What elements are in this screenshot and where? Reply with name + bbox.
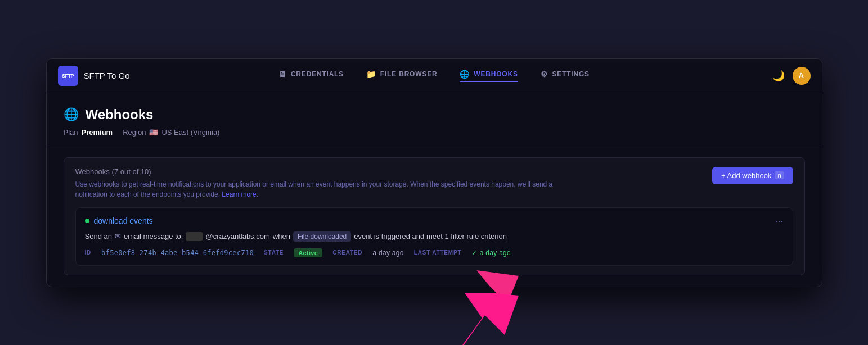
webhook-name[interactable]: download events (94, 216, 153, 225)
settings-icon: ⚙ (541, 70, 548, 79)
top-bar: SFTP SFTP To Go 🖥 CREDENTIALS 📁 FILE BRO… (47, 59, 822, 93)
webhook-metadata: ID bf5e0ef8-274b-4abe-b544-6fefd9cec710 … (85, 248, 784, 257)
page-header: 🌐 Webhooks Plan Premium Region 🇺🇸 US Eas… (47, 93, 822, 146)
email-masked (186, 232, 203, 241)
nav-item-settings[interactable]: ⚙ SETTINGS (541, 70, 590, 82)
app-logo: SFTP (58, 66, 78, 86)
region-label: Region (123, 128, 146, 137)
page-meta: Plan Premium Region 🇺🇸 US East (Virginia… (64, 128, 805, 137)
page-title-icon: 🌐 (64, 107, 79, 122)
theme-toggle-icon[interactable]: 🌙 (772, 70, 785, 82)
email-domain: @crazyantlabs.com (205, 232, 269, 240)
webhook-name-row: download events ··· (85, 216, 784, 226)
user-avatar[interactable]: A (793, 67, 811, 85)
event-badge: File downloaded (293, 231, 351, 242)
last-attempt-label: LAST ATTEMPT (414, 249, 462, 256)
state-label: STATE (264, 249, 284, 256)
add-webhook-button[interactable]: + Add webhook n (712, 167, 793, 184)
region-value: US East (Virginia) (161, 128, 219, 137)
content-area: Webhooks (7 out of 10) Use webhooks to g… (47, 146, 822, 287)
credentials-icon: 🖥 (278, 70, 287, 79)
status-indicator (85, 219, 89, 223)
webhook-item: download events ··· Send an ✉ email mess… (75, 207, 793, 266)
webhooks-description: Use webhooks to get real-time notificati… (75, 179, 582, 199)
svg-marker-1 (415, 293, 519, 346)
created-value: a day ago (372, 249, 403, 257)
state-badge: Active (294, 248, 322, 257)
id-label: ID (85, 249, 92, 256)
app-window: SFTP SFTP To Go 🖥 CREDENTIALS 📁 FILE BRO… (46, 58, 822, 287)
keyboard-shortcut: n (775, 171, 784, 179)
webhooks-header: Webhooks (7 out of 10) Use webhooks to g… (75, 167, 793, 199)
nav-item-credentials[interactable]: 🖥 CREDENTIALS (278, 70, 344, 82)
app-title: SFTP To Go (84, 71, 130, 80)
created-label: CREATED (332, 249, 362, 256)
webhook-more-button[interactable]: ··· (775, 216, 783, 226)
file-browser-icon: 📁 (366, 70, 376, 79)
arrow-annotation-2 (395, 293, 552, 346)
webhooks-section: Webhooks (7 out of 10) Use webhooks to g… (64, 157, 805, 275)
webhook-id: bf5e0ef8-274b-4abe-b544-6fefd9cec710 (101, 249, 254, 257)
webhooks-icon: 🌐 (460, 70, 470, 79)
webhook-description: Send an ✉ email message to: @crazyantlab… (85, 231, 784, 242)
webhooks-title-area: Webhooks (7 out of 10) Use webhooks to g… (75, 167, 713, 199)
logo-area: SFTP SFTP To Go (58, 66, 130, 86)
plan-label: Plan (64, 128, 78, 137)
webhooks-section-title: Webhooks (7 out of 10) (75, 167, 713, 176)
last-attempt-value: ✓ a day ago (471, 249, 511, 257)
page-title: Webhooks (86, 107, 154, 122)
top-nav: 🖥 CREDENTIALS 📁 FILE BROWSER 🌐 WEBHOOKS … (278, 70, 590, 82)
plan-value: Premium (82, 128, 113, 137)
region-flag: 🇺🇸 (149, 128, 158, 137)
nav-item-webhooks[interactable]: 🌐 WEBHOOKS (460, 70, 518, 82)
page-title-row: 🌐 Webhooks (64, 107, 805, 122)
learn-more-link[interactable]: Learn more. (222, 190, 258, 198)
top-bar-right: 🌙 A (772, 67, 811, 85)
email-icon: ✉ (115, 232, 121, 240)
nav-item-file-browser[interactable]: 📁 FILE BROWSER (366, 70, 437, 82)
